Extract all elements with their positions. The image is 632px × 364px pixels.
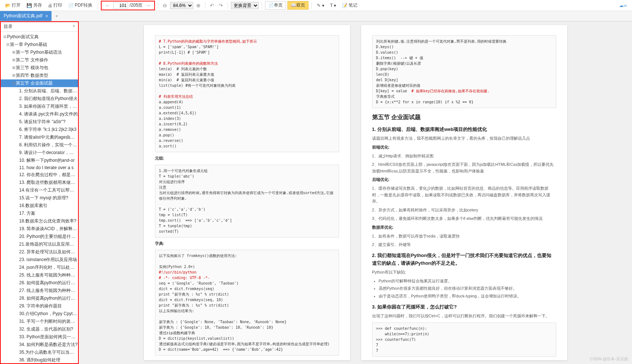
highlight-button[interactable]: ✎ ▾ bbox=[315, 2, 326, 9]
code-block: 以下实例展示了 fromkeys()函数的使用方法: 实例(Python 2.0… bbox=[155, 250, 339, 356]
close-sidebar-button[interactable]: × bbox=[73, 24, 75, 30]
paragraph: 该题目网上有很多方法，我不想截图网上的长串文字，看的头疼，按我自己的理解说几点 bbox=[372, 135, 556, 142]
code-block: # 7.Python的列表的截取与字符串操作类型相同,如下所示 L = ['sp… bbox=[155, 35, 339, 152]
document-content[interactable]: # 7.Python的列表的截取与字符串操作类型相同,如下所示 L = ['sp… bbox=[79, 21, 632, 364]
tree-item[interactable]: 5. 请反转字符串 "aStr"? bbox=[1, 118, 78, 126]
tree-item[interactable]: 31. 手写一个判断时间的装饰器 bbox=[1, 318, 78, 325]
tree-section-selected[interactable]: ⊟第五节 企业面试题 bbox=[1, 79, 78, 87]
tree-item[interactable]: 34. 如何判断是函数还是方法? bbox=[1, 341, 78, 349]
page-right: 列出所有的键,值.注意得到的是一个可迭代对象,而不是列表.用的时候需要转换 D.… bbox=[361, 25, 567, 360]
subheading: 后端优化: bbox=[372, 177, 390, 182]
zoom-out-button[interactable]: ⊖ bbox=[161, 3, 169, 8]
paragraph: 1、缓存存储读写次数高，变化少的数据，比如网站首页的信息、商品的信息等。应用程序… bbox=[372, 185, 556, 205]
tree-item[interactable]: 1. 分别从前端、后端、数据库... bbox=[1, 87, 78, 95]
dict-heading: 字典: bbox=[155, 241, 165, 246]
paragraph: 2、异步方式，如果有耗时操作，可以采用异步，比如celery bbox=[372, 207, 556, 214]
watermark: CSDN @豆本-豆豆奶 bbox=[590, 356, 628, 362]
add-tab-button[interactable]: + bbox=[52, 14, 61, 19]
tree-item[interactable]: 14.有没有一个工具可以帮助查 bbox=[1, 186, 78, 194]
save-as-button[interactable]: 💾 另存 bbox=[24, 1, 44, 9]
main-toolbar: 📂 打开 💾 另存 🖨 打印 📄 PDF转换 ← /205页 → ⊖ 84.6%… bbox=[0, 0, 632, 11]
tree-item[interactable]: 15.说一下 mysql 的原理? bbox=[1, 194, 78, 202]
tree-item[interactable]: 6. 将字符串 "k:1 |k1:2|k2:3|k3 bbox=[1, 126, 78, 133]
cloud-icon[interactable]: ☁∞ bbox=[617, 2, 629, 9]
tree-item[interactable]: 10. 解释一下python的and-or bbox=[1, 157, 78, 164]
list-item: Python的可解释特征会拖累其运行速度。 bbox=[379, 278, 556, 285]
single-page-button[interactable]: 📄单页 bbox=[265, 1, 286, 10]
note-button[interactable]: 📝 笔记 bbox=[340, 1, 360, 9]
subheading: 前端优化: bbox=[372, 145, 390, 149]
tree-item[interactable]: 16.数据库索引 bbox=[1, 202, 78, 210]
sidebar-header: 目录 × bbox=[1, 22, 78, 32]
tab-title: Python面试宝典.pdf bbox=[4, 13, 42, 19]
rotate-right-button[interactable]: ↷ bbox=[217, 3, 225, 8]
tree-item[interactable]: 28. 如何提高python的运行效率 bbox=[1, 295, 78, 302]
double-page-button[interactable]: 📖双页 bbox=[287, 1, 308, 10]
tree-item[interactable]: 19. 简单谈谈ACID，并解释每一 bbox=[1, 225, 78, 233]
code-block: >>> def counterfunc(n): while(n==7):prin… bbox=[372, 322, 556, 357]
list-item: 虽然Python在很多方面都性能良好，但在移动计算和浏览器方面表现不够好。 bbox=[379, 285, 556, 292]
next-page-button[interactable]: → bbox=[144, 3, 152, 8]
tree-item[interactable]: 32. 生成器，迭代器的区别? bbox=[1, 325, 78, 333]
divider bbox=[227, 2, 228, 9]
tuple-heading: 元组: bbox=[155, 156, 165, 160]
zoom-select[interactable]: 84.6% bbox=[170, 2, 193, 9]
tree-item[interactable]: 2. 我们都知道现在Python很火 bbox=[1, 95, 78, 103]
page-nav-box: ← /205页 → bbox=[101, 1, 155, 10]
code-block: 1.用一个可迭代对象生成元组 T = tuple('abc') 对元组进行排序 … bbox=[155, 165, 339, 238]
sidebar-title: 目录 bbox=[4, 24, 13, 30]
tree-item[interactable]: 33. Python里面如何拷贝一个对 bbox=[1, 333, 78, 341]
tree-item[interactable]: 30.介绍Cython，Pypy Cpython bbox=[1, 310, 78, 318]
text-tool-button[interactable]: T ▾ bbox=[328, 2, 338, 9]
tree-item[interactable]: 7. 请按alist中元素的age由大到 bbox=[1, 133, 78, 141]
prev-page-button[interactable]: ← bbox=[104, 3, 112, 8]
tree-item[interactable]: 22. 异常处理写法以及如何主动 bbox=[1, 248, 78, 256]
tree-item[interactable]: 29. 字符串的操作题目 bbox=[1, 302, 78, 310]
close-tab-button[interactable]: × bbox=[45, 14, 48, 19]
tree-chapter[interactable]: ⊟第一章 Python基础 bbox=[1, 41, 78, 49]
rotate-left-button[interactable]: ↶ bbox=[208, 3, 216, 8]
code-block: 列出所有的键,值.注意得到的是一个可迭代对象,而不是列表.用的时候需要转换 D.… bbox=[372, 35, 556, 108]
tree-item[interactable]: 20. Python的主要功能是什么? bbox=[1, 233, 78, 240]
tree-item[interactable]: 35.为什么函数名字可以当做参 bbox=[1, 349, 78, 356]
tree-item[interactable]: 12. 你在爬虫过程中，都是怎么 bbox=[1, 171, 78, 179]
tree-item[interactable]: 27. 线上服务可能因为种种原因 bbox=[1, 287, 78, 295]
outline-tree: ⊟Python面试宝典 ⊟第一章 Python基础 ⊞第一节 Python基础语… bbox=[1, 32, 78, 363]
divider bbox=[98, 2, 98, 9]
tree-item[interactable]: 24. json序列化时，可以处理的 bbox=[1, 264, 78, 271]
tree-section[interactable]: ⊞第三节 模块与包 bbox=[1, 64, 78, 72]
page-total-label: /205页 bbox=[130, 2, 142, 8]
paragraph: 3、代码优化，避免循环和判断次数太多，如果多个if else判断，优先判断最有可… bbox=[372, 215, 556, 222]
main-area: 目录 × ⊟Python面试宝典 ⊟第一章 Python基础 ⊞第一节 Pyth… bbox=[0, 21, 632, 364]
tree-section[interactable]: ⊞第四节 数据类型 bbox=[1, 72, 78, 79]
pdf-convert-button[interactable]: 📄 PDF转换 bbox=[66, 1, 95, 9]
tree-item[interactable]: 3. 如果你困在了死循环里，怎么 bbox=[1, 103, 78, 110]
tree-root[interactable]: ⊟Python面试宝典 bbox=[1, 33, 78, 41]
tree-item[interactable]: 18.数据库怎么优化查询效率? bbox=[1, 217, 78, 225]
zoom-in-button[interactable]: ⊕ bbox=[195, 3, 202, 8]
tree-item[interactable]: 21.装饰器的写法以及应用场景 bbox=[1, 240, 78, 248]
tree-item[interactable]: 36. 遇到bug如何处理 bbox=[1, 356, 78, 363]
tree-item[interactable]: 8. 利用切片操作，实现一个trim bbox=[1, 141, 78, 149]
tree-item[interactable]: 13. 爬取这些数据都用来做什么 bbox=[1, 179, 78, 186]
tree-item[interactable]: 17. 方案 bbox=[1, 210, 78, 217]
tree-item[interactable]: 26. 如何提高python的运行效率 bbox=[1, 279, 78, 287]
print-button[interactable]: 🖨 打印 bbox=[46, 1, 64, 9]
open-button[interactable]: 📂 打开 bbox=[3, 1, 23, 9]
active-tab[interactable]: Python面试宝典.pdf × bbox=[0, 11, 52, 21]
tree-item[interactable]: 23. isinstance作用以及应用场 bbox=[1, 256, 78, 264]
divider bbox=[158, 2, 158, 9]
tree-item[interactable]: 9. 请设计一个decorator，它可 bbox=[1, 149, 78, 157]
tree-section[interactable]: ⊞第二节 文件操作 bbox=[1, 56, 78, 64]
tree-item[interactable]: 11. how do I iterate over a s bbox=[1, 164, 78, 171]
divider bbox=[262, 2, 262, 9]
paragraph: 2、html和CSS放在页面上部，javascript放在页面下面，因为js加载… bbox=[372, 161, 556, 174]
paragraph: 出现了这种问题时，我们可以按Ctrl+C，这样可以打断执行程序。我们创建一个死循… bbox=[372, 313, 556, 320]
background-select[interactable]: 更换背景 bbox=[231, 2, 259, 9]
tree-section[interactable]: ⊞第一节 Python基础语法 bbox=[1, 49, 78, 56]
page-input[interactable] bbox=[113, 2, 128, 9]
tree-item[interactable]: 25. 线上服务可能因为种种原因 bbox=[1, 271, 78, 279]
question-3-heading: 3. 如果你困在了死循环里，怎么打破它? bbox=[372, 303, 556, 311]
tree-item[interactable]: 4. 请谈谈.pyc文件和.py文件的 bbox=[1, 110, 78, 118]
question-1-heading: 1. 分别从前端、后端、数据库阐述web项目的性能优化 bbox=[372, 126, 556, 133]
